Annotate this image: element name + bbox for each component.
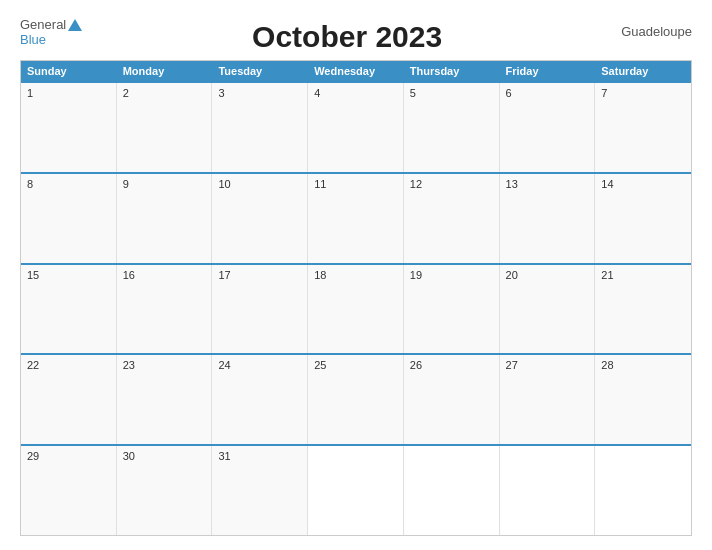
day-number: 5	[410, 87, 416, 99]
calendar-cell-w5-d7[interactable]	[595, 446, 691, 535]
day-number: 6	[506, 87, 512, 99]
logo-triangle-icon	[68, 19, 82, 31]
calendar-title: October 2023	[82, 20, 612, 54]
header-wednesday: Wednesday	[308, 61, 404, 81]
day-number: 25	[314, 359, 326, 371]
calendar-cell-w4-d7[interactable]: 28	[595, 355, 691, 444]
header: General Blue October 2023 Guadeloupe	[20, 18, 692, 54]
calendar-cell-w5-d2[interactable]: 30	[117, 446, 213, 535]
day-number: 18	[314, 269, 326, 281]
calendar-cell-w4-d1[interactable]: 22	[21, 355, 117, 444]
day-number: 16	[123, 269, 135, 281]
day-number: 23	[123, 359, 135, 371]
calendar-cell-w3-d7[interactable]: 21	[595, 265, 691, 354]
day-number: 7	[601, 87, 607, 99]
day-number: 31	[218, 450, 230, 462]
logo: General Blue	[20, 18, 82, 47]
day-number: 9	[123, 178, 129, 190]
day-number: 13	[506, 178, 518, 190]
calendar-cell-w2-d7[interactable]: 14	[595, 174, 691, 263]
logo-blue: Blue	[20, 32, 46, 47]
calendar-header: Sunday Monday Tuesday Wednesday Thursday…	[21, 61, 691, 81]
day-number: 26	[410, 359, 422, 371]
header-tuesday: Tuesday	[212, 61, 308, 81]
day-number: 27	[506, 359, 518, 371]
calendar-cell-w3-d3[interactable]: 17	[212, 265, 308, 354]
day-number: 28	[601, 359, 613, 371]
calendar-cell-w3-d5[interactable]: 19	[404, 265, 500, 354]
day-number: 21	[601, 269, 613, 281]
calendar-cell-w1-d6[interactable]: 6	[500, 83, 596, 172]
calendar-cell-w3-d4[interactable]: 18	[308, 265, 404, 354]
logo-general: General	[20, 18, 66, 32]
calendar-cell-w2-d3[interactable]: 10	[212, 174, 308, 263]
calendar-cell-w4-d5[interactable]: 26	[404, 355, 500, 444]
calendar-cell-w1-d4[interactable]: 4	[308, 83, 404, 172]
calendar-week-2: 891011121314	[21, 172, 691, 263]
calendar-week-4: 22232425262728	[21, 353, 691, 444]
calendar-body: 1234567891011121314151617181920212223242…	[21, 81, 691, 535]
header-sunday: Sunday	[21, 61, 117, 81]
calendar-cell-w5-d5[interactable]	[404, 446, 500, 535]
day-number: 4	[314, 87, 320, 99]
calendar-cell-w5-d3[interactable]: 31	[212, 446, 308, 535]
day-number: 19	[410, 269, 422, 281]
day-number: 2	[123, 87, 129, 99]
calendar-cell-w4-d4[interactable]: 25	[308, 355, 404, 444]
calendar-cell-w5-d4[interactable]	[308, 446, 404, 535]
day-number: 11	[314, 178, 326, 190]
calendar-week-1: 1234567	[21, 81, 691, 172]
day-number: 24	[218, 359, 230, 371]
day-number: 22	[27, 359, 39, 371]
day-number: 3	[218, 87, 224, 99]
day-number: 1	[27, 87, 33, 99]
calendar-cell-w4-d2[interactable]: 23	[117, 355, 213, 444]
calendar-week-3: 15161718192021	[21, 263, 691, 354]
day-number: 15	[27, 269, 39, 281]
calendar-cell-w1-d1[interactable]: 1	[21, 83, 117, 172]
calendar-week-5: 293031	[21, 444, 691, 535]
header-thursday: Thursday	[404, 61, 500, 81]
day-number: 29	[27, 450, 39, 462]
calendar-cell-w5-d1[interactable]: 29	[21, 446, 117, 535]
calendar-cell-w5-d6[interactable]	[500, 446, 596, 535]
calendar-cell-w1-d2[interactable]: 2	[117, 83, 213, 172]
calendar-cell-w3-d6[interactable]: 20	[500, 265, 596, 354]
calendar-cell-w3-d2[interactable]: 16	[117, 265, 213, 354]
day-number: 8	[27, 178, 33, 190]
day-number: 10	[218, 178, 230, 190]
calendar-cell-w1-d7[interactable]: 7	[595, 83, 691, 172]
page: General Blue October 2023 Guadeloupe Sun…	[0, 0, 712, 550]
calendar-cell-w3-d1[interactable]: 15	[21, 265, 117, 354]
calendar-cell-w2-d5[interactable]: 12	[404, 174, 500, 263]
header-friday: Friday	[500, 61, 596, 81]
header-saturday: Saturday	[595, 61, 691, 81]
calendar-cell-w2-d2[interactable]: 9	[117, 174, 213, 263]
calendar-cell-w4-d6[interactable]: 27	[500, 355, 596, 444]
calendar-cell-w2-d1[interactable]: 8	[21, 174, 117, 263]
day-number: 12	[410, 178, 422, 190]
header-monday: Monday	[117, 61, 213, 81]
calendar-cell-w2-d4[interactable]: 11	[308, 174, 404, 263]
calendar: Sunday Monday Tuesday Wednesday Thursday…	[20, 60, 692, 536]
calendar-cell-w1-d3[interactable]: 3	[212, 83, 308, 172]
day-number: 17	[218, 269, 230, 281]
day-number: 14	[601, 178, 613, 190]
calendar-cell-w2-d6[interactable]: 13	[500, 174, 596, 263]
calendar-cell-w1-d5[interactable]: 5	[404, 83, 500, 172]
day-number: 30	[123, 450, 135, 462]
region-label: Guadeloupe	[612, 24, 692, 39]
day-number: 20	[506, 269, 518, 281]
calendar-cell-w4-d3[interactable]: 24	[212, 355, 308, 444]
